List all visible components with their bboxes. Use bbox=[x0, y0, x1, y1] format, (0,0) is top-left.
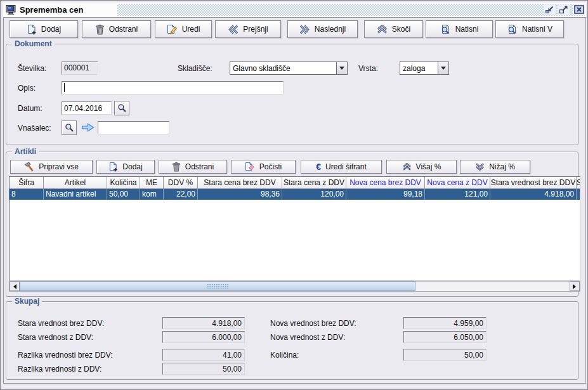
uredi-sifrant-button[interactable]: € Uredi šifrant bbox=[301, 160, 382, 174]
natisni-v-button[interactable]: Natisni V bbox=[495, 20, 564, 38]
button-label: Pripravi vse bbox=[39, 162, 79, 171]
artikli-table: Šifra Artikel Količina ME DDV % Stara ce… bbox=[9, 176, 580, 281]
col-header-ddv[interactable]: DDV % bbox=[164, 177, 198, 189]
close-button[interactable] bbox=[573, 4, 585, 15]
chevrons-up-icon bbox=[402, 163, 412, 171]
cell-nova-cena-z: 121,00 bbox=[425, 189, 490, 200]
add-document-icon bbox=[108, 162, 118, 172]
button-label: Prejšnji bbox=[243, 25, 268, 34]
triangle-right-icon bbox=[573, 284, 578, 289]
col-header-nova-cena-brez[interactable]: Nova cena brez DDV bbox=[346, 177, 425, 189]
button-label: Naslednji bbox=[315, 25, 346, 34]
edit-document-icon bbox=[167, 24, 178, 35]
skladisce-select[interactable]: Glavno skladišče bbox=[230, 62, 348, 75]
col-header-stara-vrednost-brez[interactable]: Stara vrednost brez DDV bbox=[490, 177, 577, 189]
button-label: Natisni V bbox=[522, 25, 552, 34]
col-header-stara-cena-z[interactable]: Stara cena z DDV bbox=[282, 177, 346, 189]
triangle-left-icon bbox=[11, 284, 16, 289]
opis-label: Opis: bbox=[18, 84, 36, 93]
artikli-group: Artikli Pripravi vse Dodaj Odstra bbox=[6, 152, 578, 297]
vrsta-label: Vrsta: bbox=[358, 64, 378, 73]
kolicina-label: Količina: bbox=[270, 351, 299, 360]
minimize-button[interactable] bbox=[544, 4, 556, 15]
text-caret bbox=[64, 83, 65, 92]
kolicina-value: 50,00 bbox=[403, 349, 487, 361]
scroll-left-button[interactable] bbox=[10, 282, 20, 291]
add-document-icon bbox=[27, 24, 37, 35]
app-icon bbox=[6, 4, 16, 18]
vnasalec-input[interactable] bbox=[98, 121, 169, 134]
cell-me: kom bbox=[140, 189, 164, 200]
chevrons-right-icon bbox=[299, 25, 310, 34]
col-header-sifra[interactable]: Šifra bbox=[10, 177, 44, 189]
visaj-button[interactable]: Višaj % bbox=[386, 160, 457, 174]
chevrons-down-icon bbox=[475, 163, 485, 171]
datum-input[interactable] bbox=[62, 101, 112, 115]
stara-vrednost-z-value: 6.000,00 bbox=[162, 331, 245, 343]
nizaj-button[interactable]: Nižaj % bbox=[460, 160, 530, 174]
razlika-brez-value: 41,00 bbox=[162, 349, 245, 361]
nova-vrednost-brez-value: 4.959,00 bbox=[403, 317, 487, 329]
button-label: Odstrani bbox=[185, 162, 214, 171]
col-header-stara-cena-brez[interactable]: Stara cena brez DDV bbox=[198, 177, 282, 189]
chevrons-up-icon bbox=[377, 25, 388, 34]
col-header-artikel[interactable]: Artikel bbox=[44, 177, 107, 189]
skladisce-label: Skladišče: bbox=[178, 64, 212, 73]
razlika-z-label: Razlika vrednosti z DDV: bbox=[18, 365, 101, 374]
natisni-button[interactable]: Natisni bbox=[426, 20, 493, 38]
table-header-row: Šifra Artikel Količina ME DDV % Stara ce… bbox=[10, 177, 580, 189]
scrollbar-thumb[interactable] bbox=[20, 282, 415, 291]
button-label: Uredi bbox=[182, 25, 200, 34]
scroll-right-button[interactable] bbox=[570, 282, 580, 291]
vrsta-select[interactable]: zaloga bbox=[400, 62, 449, 75]
titlebar[interactable]: Sprememba cen bbox=[3, 3, 586, 17]
col-header-kolicina[interactable]: Količina bbox=[107, 177, 140, 189]
erase-document-icon bbox=[245, 162, 255, 172]
cell-ddv: 22,00 bbox=[164, 189, 198, 200]
col-header-me[interactable]: ME bbox=[140, 177, 164, 189]
vnasalec-lookup-button[interactable] bbox=[62, 120, 77, 135]
button-label: Skoči bbox=[392, 25, 410, 34]
stara-vrednost-brez-label: Stara vrednost brez DDV: bbox=[18, 319, 104, 328]
cell-stara-cena-z: 120,00 bbox=[282, 189, 346, 200]
button-label: Dodaj bbox=[122, 162, 142, 171]
button-label: Uredi šifrant bbox=[325, 162, 367, 171]
arrow-right-icon bbox=[81, 122, 95, 135]
maximize-button[interactable] bbox=[558, 4, 570, 15]
dodaj-button[interactable]: Dodaj bbox=[10, 20, 78, 38]
minimize-icon bbox=[545, 6, 554, 14]
dokument-group-title: Dokument bbox=[12, 39, 55, 48]
print-preview-icon bbox=[507, 24, 518, 35]
naslednji-button[interactable]: Naslednji bbox=[287, 20, 358, 38]
prejsnji-button[interactable]: Prejšnji bbox=[215, 20, 281, 38]
pocisti-button[interactable]: Počisti bbox=[231, 160, 296, 174]
stevilka-field: 000001 bbox=[62, 62, 98, 75]
uredi-button[interactable]: Uredi bbox=[155, 20, 212, 38]
artikli-odstrani-button[interactable]: Odstrani bbox=[159, 160, 227, 174]
skoci-button[interactable]: Skoči bbox=[364, 20, 423, 38]
cell-sifra: 8 bbox=[10, 189, 44, 200]
stara-vrednost-brez-value: 4.918,00 bbox=[162, 317, 245, 329]
opis-input[interactable] bbox=[62, 81, 284, 94]
close-icon bbox=[574, 5, 584, 14]
maximize-icon bbox=[559, 6, 568, 14]
skladisce-selected-value: Glavno skladišče bbox=[230, 62, 336, 74]
razlika-z-value: 50,00 bbox=[162, 363, 245, 375]
window-title: Sprememba cen bbox=[20, 5, 83, 15]
odstrani-button[interactable]: Odstrani bbox=[82, 20, 151, 38]
col-header-nova-cena-z[interactable]: Nova cena z DDV bbox=[425, 177, 490, 189]
button-label: Višaj % bbox=[416, 162, 441, 171]
horizontal-scrollbar[interactable] bbox=[9, 281, 580, 292]
table-row-selected[interactable]: 8 Navadni artikel 50,00 kom 22,00 98,36 … bbox=[10, 189, 580, 200]
scrollbar-grip-icon bbox=[207, 283, 228, 289]
col-header-stara-vrednost-z[interactable]: Stara vrednost z DDV bbox=[577, 177, 580, 189]
trash-icon bbox=[95, 24, 105, 35]
chevron-down-icon bbox=[438, 62, 448, 74]
stevilka-label: Številka: bbox=[18, 64, 46, 73]
cell-stara-vrednost-brez: 4.918,00 bbox=[490, 189, 577, 200]
pripravi-vse-button[interactable]: Pripravi vse bbox=[10, 160, 93, 174]
chevrons-left-icon bbox=[228, 25, 238, 34]
datum-lookup-button[interactable] bbox=[114, 101, 129, 115]
artikli-dodaj-button[interactable]: Dodaj bbox=[96, 160, 155, 174]
button-label: Dodaj bbox=[41, 25, 61, 34]
